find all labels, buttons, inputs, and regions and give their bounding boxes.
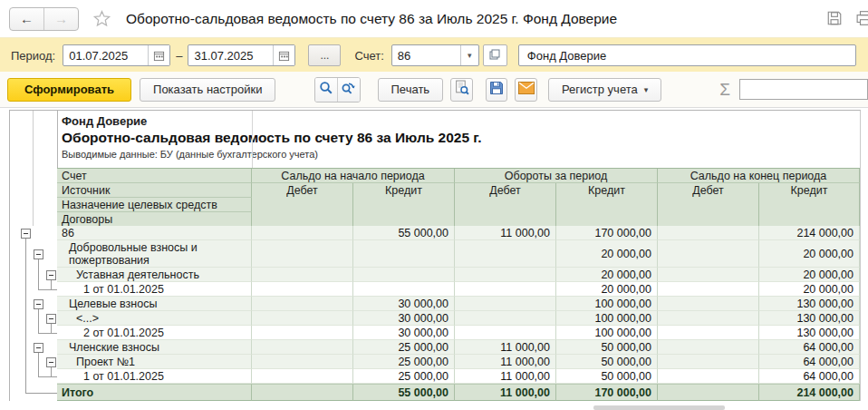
amount-cell[interactable]: 100 000,00	[556, 326, 658, 340]
amount-cell[interactable]: 30 000,00	[353, 297, 455, 311]
collapse-toggle-icon[interactable]	[21, 229, 31, 239]
amount-cell[interactable]: 130 000,00	[759, 311, 860, 326]
row-label-cell[interactable]: Добровольные взносы и пожертвования	[57, 240, 252, 268]
amount-cell[interactable]	[252, 369, 353, 384]
organization-field[interactable]: Фонд Доверие	[518, 44, 856, 66]
amount-cell[interactable]	[252, 384, 353, 401]
amount-cell[interactable]: 170 000,00	[556, 384, 658, 401]
accounting-register-button[interactable]: Регистр учета ▾	[548, 78, 661, 102]
amount-cell[interactable]: 25 000,00	[353, 355, 455, 369]
horizontal-scrollbar-thumb[interactable]	[593, 405, 725, 410]
search-next-button[interactable]	[337, 78, 359, 102]
header-credit-label[interactable]: Кредит	[353, 183, 455, 227]
amount-cell[interactable]	[252, 268, 353, 282]
header-group-label[interactable]: Сальдо на конец периода	[658, 169, 860, 183]
amount-cell[interactable]: 30 000,00	[353, 326, 455, 340]
favorite-star-icon[interactable]	[92, 9, 111, 28]
collapse-toggle-icon[interactable]	[34, 249, 43, 259]
print-button[interactable]: Печать	[378, 78, 444, 102]
amount-cell[interactable]	[353, 268, 455, 282]
amount-cell[interactable]: 170 000,00	[556, 226, 658, 240]
amount-cell[interactable]: 25 000,00	[353, 340, 455, 355]
amount-cell[interactable]	[252, 326, 353, 340]
header-credit-label[interactable]: Кредит	[759, 183, 860, 227]
row-label-cell[interactable]: 86	[57, 226, 252, 240]
amount-cell[interactable]	[658, 311, 759, 326]
amount-cell[interactable]: 11 000,00	[455, 226, 556, 240]
amount-cell[interactable]	[455, 282, 556, 297]
header-group-label[interactable]: Сальдо на начало периода	[252, 169, 455, 183]
amount-cell[interactable]: 214 000,00	[759, 384, 860, 401]
amount-cell[interactable]: 50 000,00	[556, 340, 658, 355]
header-rows-label[interactable]: Счет	[57, 169, 252, 183]
amount-cell[interactable]	[252, 355, 353, 369]
collapse-toggle-icon[interactable]	[46, 357, 56, 367]
row-label-cell[interactable]: Членские взносы	[57, 340, 252, 355]
amount-cell[interactable]	[658, 340, 759, 355]
amount-cell[interactable]: 64 000,00	[759, 355, 860, 369]
amount-cell[interactable]: 64 000,00	[759, 340, 860, 355]
amount-cell[interactable]: 25 000,00	[353, 369, 455, 384]
amount-cell[interactable]	[455, 311, 556, 326]
amount-cell[interactable]	[658, 369, 759, 384]
row-label-cell[interactable]: Проект №1	[57, 355, 252, 369]
amount-cell[interactable]: 11 000,00	[455, 369, 556, 384]
amount-cell[interactable]: 30 000,00	[353, 311, 455, 326]
header-rows-label[interactable]: Договоры	[57, 212, 252, 227]
account-field[interactable]: 86 ▾	[391, 44, 479, 66]
amount-cell[interactable]: 214 000,00	[759, 226, 860, 240]
amount-cell[interactable]	[455, 297, 556, 311]
header-debit-label[interactable]: Дебет	[455, 183, 556, 227]
total-label-cell[interactable]: Итого	[57, 384, 252, 401]
header-rows-label[interactable]: Источник	[57, 183, 252, 198]
header-rows-label[interactable]: Назначение целевых средств	[57, 198, 252, 212]
print-preview-button[interactable]	[450, 78, 473, 102]
amount-cell[interactable]: 20 000,00	[556, 240, 658, 268]
chevron-down-icon[interactable]: ▾	[460, 45, 478, 65]
print-report-icon[interactable]	[856, 10, 868, 30]
header-debit-label[interactable]: Дебет	[252, 183, 353, 227]
back-button[interactable]: ←	[10, 8, 43, 30]
amount-cell[interactable]: 50 000,00	[556, 355, 658, 369]
amount-cell[interactable]	[658, 240, 759, 268]
amount-cell[interactable]: 130 000,00	[759, 297, 860, 311]
amount-cell[interactable]	[353, 282, 455, 297]
amount-cell[interactable]: 130 000,00	[759, 326, 860, 340]
amount-cell[interactable]: 20 000,00	[759, 240, 860, 268]
amount-cell[interactable]: 55 000,00	[353, 226, 455, 240]
amount-cell[interactable]: 20 000,00	[556, 268, 658, 282]
save-report-icon[interactable]	[826, 10, 843, 30]
send-email-button[interactable]	[515, 78, 537, 102]
amount-cell[interactable]: 11 000,00	[455, 355, 556, 369]
forward-button[interactable]: →	[43, 8, 78, 30]
row-label-cell[interactable]: Целевые взносы	[57, 297, 252, 311]
collapse-toggle-icon[interactable]	[34, 343, 43, 353]
sum-input[interactable]	[739, 79, 868, 100]
period-to-field[interactable]: 31.07.2025	[188, 44, 295, 66]
calendar-icon[interactable]	[148, 45, 169, 65]
amount-cell[interactable]	[455, 326, 556, 340]
amount-cell[interactable]	[252, 240, 353, 268]
amount-cell[interactable]	[353, 240, 455, 268]
collapse-toggle-icon[interactable]	[46, 270, 56, 280]
amount-cell[interactable]: 55 000,00	[353, 384, 455, 401]
amount-cell[interactable]	[658, 326, 759, 340]
amount-cell[interactable]: 100 000,00	[556, 297, 658, 311]
choose-period-button[interactable]: ...	[308, 44, 341, 66]
amount-cell[interactable]	[658, 297, 759, 311]
collapse-toggle-icon[interactable]	[34, 299, 43, 309]
search-button[interactable]	[315, 78, 337, 102]
amount-cell[interactable]: 20 000,00	[759, 268, 860, 282]
collapse-toggle-icon[interactable]	[46, 314, 56, 324]
row-label-cell[interactable]: 2 от 01.01.2025	[57, 326, 252, 340]
amount-cell[interactable]	[455, 240, 556, 268]
amount-cell[interactable]: 11 000,00	[455, 340, 556, 355]
amount-cell[interactable]	[658, 384, 759, 401]
amount-cell[interactable]	[658, 282, 759, 297]
amount-cell[interactable]: 64 000,00	[759, 369, 860, 384]
open-account-button[interactable]	[483, 44, 507, 66]
amount-cell[interactable]: 100 000,00	[556, 311, 658, 326]
period-from-field[interactable]: 01.07.2025	[63, 44, 170, 66]
amount-cell[interactable]: 50 000,00	[556, 369, 658, 384]
header-credit-label[interactable]: Кредит	[556, 183, 658, 227]
